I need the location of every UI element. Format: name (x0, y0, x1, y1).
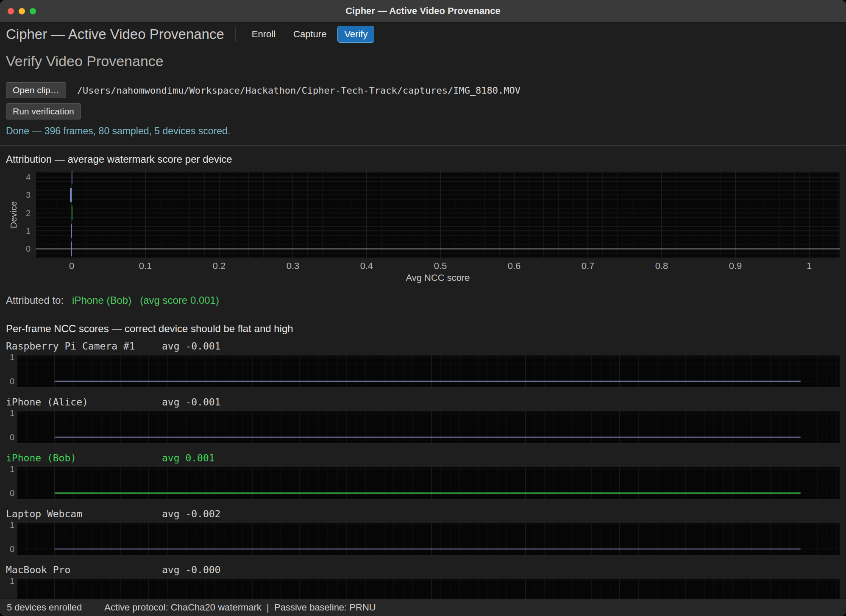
attribution-header: Attribution — average watermark score pe… (6, 153, 840, 165)
zoom-button[interactable] (30, 8, 36, 14)
y-tick-2: 2 (6, 208, 31, 218)
perframe-strip-0: Raspberry Pi Camera #1avg -0.00110 (6, 341, 840, 388)
strip-avg-score: avg 0.001 (162, 452, 215, 463)
x-tick-0: 0 (69, 261, 74, 272)
attribution-plot (36, 171, 840, 258)
x-tick-0.7: 0.7 (582, 261, 595, 272)
x-axis-label: Avg NCC score (36, 272, 840, 285)
strip-chart-svg (17, 411, 840, 444)
strip-device-label: iPhone (Alice) (6, 397, 162, 408)
run-verification-button[interactable]: Run verification (6, 103, 81, 119)
verify-page: Verify Video Provenance Open clip… /User… (0, 46, 846, 599)
strip-ytick-1: 1 (5, 464, 14, 474)
app-window: Cipher — Active Video Provenance Cipher … (0, 0, 846, 616)
strip-ytick-1: 1 (5, 576, 14, 586)
app-title: Cipher — Active Video Provenance (6, 26, 224, 42)
strip-plot: 10 (17, 355, 840, 388)
strip-ytick-1: 1 (5, 352, 14, 362)
x-tick-1: 1 (807, 261, 812, 272)
y-tick-0: 0 (6, 244, 31, 254)
clip-path: /Users/nahomwondimu/Workspace/Hackathon/… (77, 85, 520, 96)
strip-ytick-0: 0 (5, 376, 14, 386)
nav-tabs: EnrollCaptureVerify (245, 26, 375, 43)
strip-chart-svg (17, 467, 840, 499)
perframe-header: Per-frame NCC scores — correct device sh… (6, 323, 840, 335)
tab-verify[interactable]: Verify (337, 26, 374, 43)
close-button[interactable] (8, 8, 14, 14)
attributed-score: (avg score 0.001) (140, 294, 219, 306)
y-tick-4: 4 (6, 172, 31, 182)
strip-avg-score: avg -0.001 (162, 397, 220, 408)
minimize-button[interactable] (19, 8, 25, 14)
x-tick-0.1: 0.1 (139, 261, 152, 272)
strip-plot: 10 (17, 523, 840, 555)
page-title: Verify Video Provenance (6, 53, 840, 69)
strip-ytick-0: 0 (5, 432, 14, 442)
strip-chart-svg (17, 355, 840, 388)
traffic-lights (8, 0, 36, 22)
strip-ytick-0: 0 (5, 488, 14, 498)
attribution-chart-body: Device 01234 (6, 171, 840, 258)
perframe-strip-3: Laptop Webcamavg -0.00210 (6, 508, 840, 555)
header-divider (235, 27, 236, 42)
strip-ytick-1: 1 (5, 408, 14, 418)
app-header: Cipher — Active Video Provenance EnrollC… (0, 22, 846, 46)
strip-head: MacBook Proavg -0.000 (6, 564, 840, 576)
y-tick-1: 1 (6, 226, 31, 236)
attributed-device: iPhone (Bob) (72, 294, 131, 306)
attributed-label: Attributed to: (6, 294, 64, 306)
x-axis-ticks: 00.10.20.30.40.50.60.70.80.91 (36, 258, 840, 272)
strip-ytick-0: 0 (5, 544, 14, 554)
strip-device-label: Raspberry Pi Camera #1 (6, 341, 162, 352)
open-clip-button[interactable]: Open clip… (6, 82, 66, 98)
section-divider (0, 145, 846, 146)
verification-status: Done — 396 frames, 80 sampled, 5 devices… (6, 125, 840, 137)
strip-ytick-1: 1 (5, 520, 14, 530)
strip-avg-score: avg -0.000 (162, 564, 220, 575)
perframe-strips: Raspberry Pi Camera #1avg -0.00110iPhone… (6, 341, 840, 599)
strip-head: Raspberry Pi Camera #1avg -0.001 (6, 341, 840, 352)
attribution-chart: Device 01234 00.10.20.30.40.50.60.70.80.… (6, 171, 840, 285)
titlebar: Cipher — Active Video Provenance (0, 0, 846, 22)
strip-device-label: iPhone (Bob) (6, 452, 162, 463)
x-tick-0.9: 0.9 (729, 261, 742, 272)
perframe-strip-1: iPhone (Alice)avg -0.00110 (6, 397, 840, 444)
strip-chart-svg (17, 523, 840, 555)
strip-device-label: MacBook Pro (6, 564, 162, 575)
strip-device-label: Laptop Webcam (6, 508, 162, 519)
tab-enroll[interactable]: Enroll (245, 26, 282, 43)
x-tick-0.2: 0.2 (213, 261, 226, 272)
window-title: Cipher — Active Video Provenance (0, 6, 846, 17)
strip-chart-svg (17, 579, 840, 599)
x-tick-0.5: 0.5 (434, 261, 447, 272)
x-tick-0.3: 0.3 (287, 261, 300, 272)
perframe-strip-4: MacBook Proavg -0.00010 (6, 564, 840, 599)
y-tick-3: 3 (6, 190, 31, 200)
statusbar: 5 devices enrolled Active protocol: ChaC… (0, 599, 846, 616)
x-tick-0.8: 0.8 (655, 261, 668, 272)
perframe-strip-2: iPhone (Bob)avg 0.00110 (6, 452, 840, 499)
x-tick-0.4: 0.4 (360, 261, 373, 272)
strip-plot: 10 (17, 467, 840, 499)
statusbar-devices: 5 devices enrolled (7, 602, 82, 613)
tab-capture[interactable]: Capture (287, 26, 333, 43)
strip-head: iPhone (Alice)avg -0.001 (6, 397, 840, 408)
strip-plot: 10 (17, 411, 840, 444)
clip-row: Open clip… /Users/nahomwondimu/Workspace… (6, 82, 840, 98)
section-divider (0, 315, 846, 315)
x-tick-0.6: 0.6 (508, 261, 521, 272)
attribution-chart-svg (36, 171, 840, 258)
strip-head: Laptop Webcamavg -0.002 (6, 508, 840, 520)
statusbar-protocol: Active protocol: ChaCha20 watermark | Pa… (104, 602, 376, 613)
strip-avg-score: avg -0.001 (162, 341, 220, 352)
statusbar-divider (93, 602, 93, 613)
strip-head: iPhone (Bob)avg 0.001 (6, 452, 840, 464)
run-row: Run verification (6, 103, 840, 119)
strip-avg-score: avg -0.002 (162, 508, 220, 519)
attributed-row: Attributed to: iPhone (Bob) (avg score 0… (6, 294, 840, 306)
strip-plot: 10 (17, 579, 840, 599)
